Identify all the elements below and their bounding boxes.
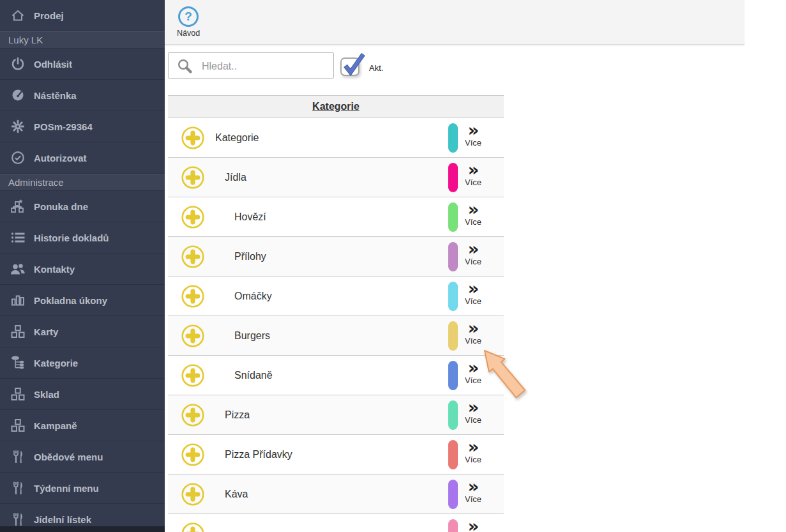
- plus-icon: [181, 261, 205, 271]
- double-chevron-icon: »: [458, 399, 488, 416]
- category-color-pill: [448, 400, 458, 430]
- add-category-button[interactable]: [181, 403, 205, 427]
- add-category-button[interactable]: [181, 522, 205, 532]
- double-chevron-icon: »: [458, 201, 488, 218]
- double-chevron-icon: »: [458, 439, 488, 455]
- table-body: Kategorie » Více Jídla » Více Hovězí »: [168, 118, 504, 532]
- sidebar-item-label: Karty: [34, 326, 58, 337]
- more-link[interactable]: » Více: [458, 162, 488, 187]
- more-label: Více: [458, 455, 488, 464]
- category-name: Omáčky: [234, 277, 272, 316]
- sidebar-item-nastenka[interactable]: Nástěnka: [0, 80, 165, 111]
- search-input[interactable]: [200, 54, 329, 79]
- plus-icon: [181, 420, 205, 429]
- add-category-button[interactable]: [181, 363, 205, 388]
- tree-icon: [8, 356, 27, 370]
- sidebar-item-label: Kontakty: [34, 264, 75, 275]
- category-name: Pizza Přídavky: [225, 435, 292, 475]
- active-filter-checkbox[interactable]: [340, 57, 359, 76]
- more-link[interactable]: » Více: [458, 320, 488, 346]
- sidebar-item-posm-29364[interactable]: POSm-29364: [0, 111, 165, 142]
- category-name: Přílohy: [234, 237, 266, 277]
- utensils-icon: [8, 450, 27, 464]
- sidebar-item-odhlasit[interactable]: Odhlásit: [0, 49, 165, 80]
- question-icon: ?: [178, 6, 199, 27]
- more-label: Více: [458, 296, 488, 306]
- sidebar-item-label: Pokladna úkony: [34, 295, 107, 306]
- category-color-pill: [448, 321, 458, 351]
- cubes-icon: [8, 324, 27, 338]
- sidebar-item-label: Obědové menu: [34, 452, 103, 462]
- search-box: [168, 52, 334, 79]
- cubes-icon: [8, 418, 27, 432]
- more-link[interactable]: » Více: [458, 241, 488, 266]
- more-label: Více: [458, 415, 488, 425]
- category-row: » Více: [168, 514, 504, 532]
- category-row: Přílohy » Více: [168, 237, 504, 277]
- sidebar-item-prodej[interactable]: Prodej: [0, 0, 165, 31]
- sidebar-item-ponuka-dne[interactable]: Ponuka dne: [0, 191, 165, 222]
- sidebar-item-obedove-menu[interactable]: Obědové menu: [0, 441, 165, 473]
- sidebar-item-label: POSm-29364: [34, 121, 93, 132]
- add-category-button[interactable]: [181, 126, 205, 150]
- sidebar-item-label: Autorizovat: [34, 153, 87, 163]
- sidebar-item-autorizovat[interactable]: Autorizovat: [0, 142, 165, 174]
- more-link[interactable]: » Více: [458, 280, 488, 306]
- category-row: Káva » Více: [168, 475, 504, 514]
- plus-icon: [181, 142, 205, 152]
- sidebar-bottom-strip: [0, 526, 165, 532]
- sidebar-item-sklad[interactable]: Sklad: [0, 379, 165, 410]
- category-name: Kategorie: [215, 118, 259, 158]
- category-row: Snídaně » Více: [168, 356, 504, 395]
- category-row: Burgers » Více: [168, 316, 504, 356]
- more-link[interactable]: » Více: [458, 399, 488, 425]
- plus-icon: [181, 340, 205, 350]
- more-link[interactable]: » Více: [458, 201, 488, 227]
- more-link[interactable]: » Více: [458, 122, 488, 148]
- plus-icon: [181, 301, 205, 310]
- table-header: Kategorie: [168, 95, 504, 118]
- double-chevron-icon: »: [458, 320, 488, 337]
- add-category-button[interactable]: [181, 205, 205, 229]
- home-icon: [8, 9, 27, 22]
- add-category-button[interactable]: [181, 324, 205, 348]
- toolbar: ? Návod: [165, 0, 744, 45]
- category-color-pill: [448, 440, 458, 469]
- sidebar-item-historie-dokladu[interactable]: Historie dokladů: [0, 222, 165, 254]
- add-category-button[interactable]: [181, 245, 205, 269]
- users-icon: [8, 262, 27, 275]
- plus-icon: [181, 499, 205, 508]
- sidebar-item-kampane[interactable]: Kampaně: [0, 410, 165, 441]
- sidebar-item-pokladna-ukony[interactable]: Pokladna úkony: [0, 285, 165, 316]
- add-category-button[interactable]: [181, 165, 205, 190]
- double-chevron-icon: »: [458, 280, 488, 297]
- sidebar: ProdejLuky LKOdhlásitNástěnkaPOSm-29364A…: [0, 0, 165, 532]
- sidebar-item-label: Prodej: [34, 10, 64, 21]
- category-row: Omáčky » Více: [168, 277, 504, 316]
- double-chevron-icon: »: [458, 518, 488, 532]
- sidebar-item-karty[interactable]: Karty: [0, 316, 165, 347]
- app-root: ProdejLuky LKOdhlásitNástěnkaPOSm-29364A…: [0, 0, 786, 532]
- more-link[interactable]: » Více: [458, 478, 488, 504]
- table-header-label: Kategorie: [312, 101, 359, 112]
- more-label: Více: [458, 336, 488, 346]
- plus-icon: [181, 380, 205, 390]
- sidebar-item-tydenni-menu[interactable]: Týdenní menu: [0, 473, 165, 504]
- more-link[interactable]: » Více: [458, 518, 488, 532]
- help-button[interactable]: ? Návod: [177, 6, 200, 38]
- sidebar-item-kategorie[interactable]: Kategorie: [0, 347, 165, 379]
- sidebar-item-label: Nástěnka: [34, 90, 77, 101]
- add-category-button[interactable]: [181, 482, 205, 506]
- menu-star-icon: [8, 199, 27, 213]
- check-circle-icon: [8, 151, 27, 165]
- add-category-button[interactable]: [181, 284, 205, 308]
- more-link[interactable]: » Více: [458, 439, 488, 464]
- more-label: Více: [458, 178, 488, 187]
- sidebar-item-kontakty[interactable]: Kontakty: [0, 254, 165, 285]
- more-label: Více: [458, 217, 488, 227]
- double-chevron-icon: »: [458, 478, 488, 495]
- category-row: Kategorie » Více: [168, 118, 504, 158]
- add-category-button[interactable]: [181, 443, 205, 467]
- utensils-icon: [8, 481, 27, 495]
- question-glyph: ?: [185, 10, 192, 24]
